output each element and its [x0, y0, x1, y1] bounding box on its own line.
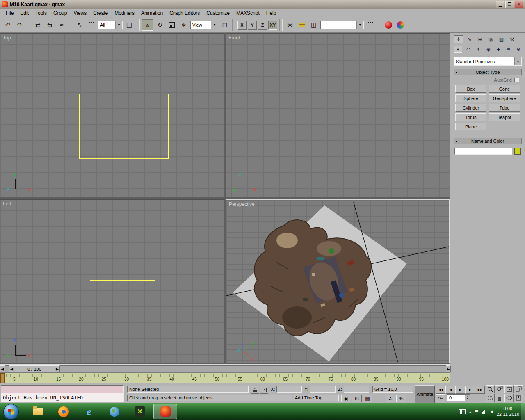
time-slider-track[interactable]	[5, 365, 446, 372]
object-name-input[interactable]	[454, 148, 512, 155]
use-center-button[interactable]: ⊡	[219, 20, 230, 30]
viewport-top[interactable]: Top y x z	[0, 33, 224, 197]
minimize-button[interactable]: ▁	[496, 1, 504, 8]
zoom-extents-all-button[interactable]	[514, 385, 523, 393]
tab-display[interactable]: ▥	[497, 36, 506, 43]
select-and-move-button[interactable]: ↔↕	[142, 19, 153, 31]
play-button[interactable]: ▶	[455, 386, 465, 394]
subtab-systems[interactable]: ⚙	[515, 46, 523, 52]
menu-modifiers[interactable]: Modifiers	[111, 9, 138, 17]
slider-right-arrow[interactable]: ▶	[446, 365, 451, 372]
torus-button[interactable]: Torus	[455, 113, 486, 121]
viewport-left-label[interactable]: Left	[3, 201, 11, 207]
menu-group[interactable]: Group	[50, 9, 70, 17]
region-zoom-button[interactable]	[486, 394, 495, 402]
keyboard-icon[interactable]	[459, 409, 466, 414]
selection-filter-dropdown[interactable]: All ▼	[98, 21, 123, 29]
restrict-x-button[interactable]: X	[237, 21, 247, 30]
animate-button[interactable]: Animate	[415, 385, 435, 403]
selected-shape-outline[interactable]	[90, 280, 155, 281]
align-button[interactable]: ◫	[308, 20, 319, 30]
viewport-top-label[interactable]: Top	[3, 35, 11, 41]
perspective-scene[interactable]: z y x	[226, 200, 449, 363]
restrict-z-button[interactable]: Z	[258, 21, 267, 30]
angle-snap-button[interactable]: ∠	[386, 395, 395, 402]
next-frame-arrow[interactable]: ▶	[55, 367, 59, 371]
geosphere-button[interactable]: GeoSphere	[489, 94, 520, 102]
status-panel-toggle-button[interactable]: ◉	[341, 395, 351, 402]
collapse-icon[interactable]: -	[456, 69, 457, 74]
taskbar-firefox-button[interactable]	[52, 404, 75, 419]
arc-rotate-button[interactable]	[504, 394, 514, 402]
plane-button[interactable]: Plane	[455, 123, 486, 130]
menu-create[interactable]: Create	[90, 9, 111, 17]
chevron-down-icon[interactable]: ▼	[514, 57, 521, 65]
start-button[interactable]	[3, 404, 19, 420]
bind-to-spacewarp-button[interactable]: ≈	[56, 20, 67, 30]
unlink-selection-button[interactable]: ⇆	[44, 20, 55, 30]
chevron-down-icon[interactable]: ▼	[356, 21, 363, 29]
menu-customize[interactable]: Customize	[203, 9, 233, 17]
add-time-tag-field[interactable]: Add Time Tag	[293, 395, 339, 401]
cylinder-button[interactable]: Cylinder	[455, 104, 486, 112]
redo-button[interactable]: ↷	[14, 20, 25, 30]
undo-button[interactable]: ↶	[2, 20, 13, 30]
taskbar-explorer-button[interactable]	[26, 404, 50, 419]
y-coordinate-field[interactable]	[310, 386, 336, 393]
viewport-front[interactable]: Front z x y	[226, 33, 450, 197]
rectangular-selection-button[interactable]	[86, 20, 97, 30]
absolute-offset-toggle[interactable]	[260, 386, 268, 394]
object-color-swatch[interactable]	[514, 148, 521, 155]
current-time-marker[interactable]	[0, 373, 5, 383]
selected-shape-outline[interactable]	[79, 94, 169, 159]
action-center-icon[interactable]	[475, 410, 479, 414]
chevron-down-icon[interactable]: ▼	[115, 21, 122, 29]
track-bar[interactable]: 5 10 15 20 25 30 35 40 45 50 55 60 65 70…	[0, 372, 450, 383]
menu-file[interactable]: File	[2, 9, 17, 17]
keyboard-shortcut-override-button[interactable]: ⊞	[352, 395, 362, 402]
network-icon[interactable]	[482, 410, 485, 414]
viewport-front-label[interactable]: Front	[228, 35, 240, 41]
autogrid-checkbox[interactable]	[514, 78, 519, 82]
time-slider-handle[interactable]: ◀ 0 / 100 ▶	[9, 365, 60, 372]
select-and-scale-button[interactable]	[167, 20, 177, 30]
subtab-lights[interactable]: ☀	[475, 46, 482, 52]
box-button[interactable]: Box	[455, 85, 486, 93]
time-spinner[interactable]: ▲▼	[465, 395, 470, 401]
selected-shape-outline[interactable]	[305, 114, 394, 114]
min-max-toggle-button[interactable]	[514, 394, 523, 402]
name-color-rollout-header[interactable]: - Name and Color	[454, 138, 522, 144]
select-and-link-button[interactable]: ⇄	[32, 20, 43, 30]
select-and-manipulate-button[interactable]: ∗	[178, 20, 189, 30]
z-coordinate-field[interactable]	[344, 386, 369, 393]
previous-frame-button[interactable]: ◀	[445, 386, 455, 394]
subtab-helpers[interactable]: ✚	[495, 46, 502, 52]
next-frame-button[interactable]: ▶	[465, 386, 475, 394]
select-by-name-button[interactable]: ▤	[124, 20, 135, 30]
render-scene-button[interactable]	[383, 20, 394, 30]
taskbar-gmax-button[interactable]	[153, 404, 177, 419]
slider-left-arrow[interactable]: ◀	[0, 365, 5, 372]
zoom-all-button[interactable]	[495, 385, 504, 393]
pan-button[interactable]	[495, 394, 504, 402]
primitives-category-dropdown[interactable]: Standard Primitives ▼	[454, 57, 522, 66]
taskbar-tools-button[interactable]: ✕	[128, 404, 152, 419]
menu-tools[interactable]: Tools	[32, 9, 50, 17]
menu-maxscript[interactable]: MAXScript	[233, 9, 263, 17]
array-button[interactable]	[297, 20, 307, 30]
track-view-button[interactable]	[365, 20, 376, 30]
previous-frame-arrow[interactable]: ◀	[9, 367, 14, 371]
object-type-rollout-header[interactable]: - Object Type	[454, 69, 522, 75]
taskbar-clock[interactable]: 0:06 22-11-2010	[497, 406, 519, 418]
subtab-cameras[interactable]: ◉	[484, 46, 492, 52]
mirror-button[interactable]: ⋈	[285, 20, 295, 30]
tab-create[interactable]: ✛	[454, 35, 463, 43]
close-button[interactable]: ✕	[515, 1, 523, 8]
snap-toggle-button[interactable]: ▦	[363, 395, 372, 402]
show-hidden-icons[interactable]: ▴	[469, 410, 471, 414]
subtab-spacewarps[interactable]: ≋	[504, 46, 512, 52]
tube-button[interactable]: Tube	[489, 104, 520, 112]
teapot-button[interactable]: Teapot	[489, 113, 520, 121]
menu-help[interactable]: Help	[263, 9, 280, 17]
select-object-button[interactable]: ↖	[74, 20, 85, 30]
